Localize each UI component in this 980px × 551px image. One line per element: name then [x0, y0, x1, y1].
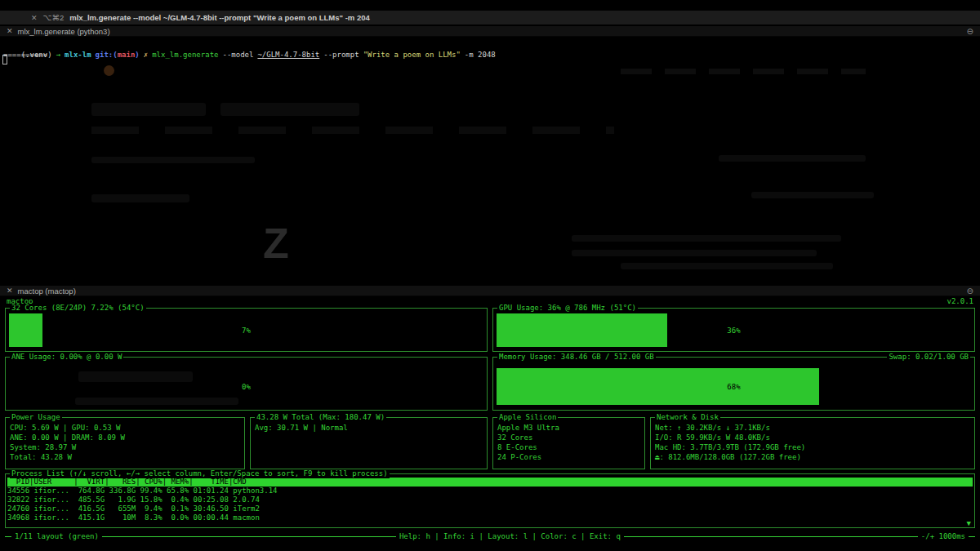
network-disk-box-title: Network & Disk: [655, 413, 720, 422]
pane-close-icon[interactable]: ✕: [7, 287, 13, 295]
mactop-header-row: mactop v2.0.1: [7, 297, 973, 306]
power-line: ANE: 0.00 W | DRAM: 8.09 W: [10, 433, 240, 442]
power-line: System: 28.97 W: [10, 443, 240, 452]
ane-usage-box: ANE Usage: 0.00% @ 0.00 W 0%: [5, 357, 488, 411]
cpu-percent-label: 7%: [9, 327, 483, 335]
screen: { "colors": { "terminal_green": "#35d435…: [0, 0, 980, 551]
flag-tokens: -m 2048: [465, 51, 496, 59]
pane-close-icon[interactable]: ✕: [7, 27, 13, 35]
layout-indicator: 1/11 layout (green): [11, 532, 102, 541]
network-disk-box: Network & Disk Net: ↑ 30.2KB/s ↓ 37.1KB/…: [650, 417, 975, 469]
window-shortcut-label: ⌥⌘2: [43, 13, 65, 22]
model-path: ~/GLM-4.7-8bit: [257, 51, 319, 59]
memory-percent-label: 68%: [497, 383, 971, 391]
apple-silicon-box-title: Apple Silicon: [497, 413, 558, 422]
power-line: CPU: 5.69 W | GPU: 0.53 W: [10, 424, 240, 433]
bottom-pane-title: mactop (mactop): [18, 287, 76, 295]
prompt-arrow: →: [56, 51, 60, 59]
shell-prompt-line: (.venv)→mlx-lmgit:(main)✗mlx_lm.generate…: [3, 40, 496, 69]
process-list-box: Process List (↑/↓ scroll, ←/→ select col…: [5, 473, 975, 528]
top-pane-titlebar[interactable]: ✕ mlx_lm.generate (python3) ⊖: [0, 26, 980, 37]
ane-box-title: ANE Usage: 0.00% @ 0.00 W: [10, 353, 123, 362]
git-suffix: ): [135, 51, 139, 59]
swap-label: Swap: 0.02/1.00 GB: [887, 353, 970, 362]
prompt-string: "Write a poem on LLMs": [363, 51, 461, 59]
terminal-cursor: [2, 55, 7, 64]
silicon-line: 32 Cores: [497, 433, 640, 442]
gpu-usage-box: GPU Usage: 36% @ 786 MHz (51°C) 36%: [492, 308, 975, 352]
ane-percent-label: 0%: [9, 383, 483, 391]
process-list-header[interactable]: PID|USER | VIRT| RES| CPU%| MEM%| TIME|C…: [7, 478, 973, 487]
prompt-directory: mlx-lm: [65, 51, 91, 59]
cursor-line: [2, 55, 7, 67]
network-line: ⏏: 812.6MB/128.0GB (127.2GB free): [655, 453, 970, 462]
mactop-statusbar: 1/11 layout (green) Help: h | Info: i | …: [5, 532, 975, 541]
window-titlebar: ✕ ⌥⌘2 mlx_lm.generate --model ~/GLM-4.7-…: [0, 11, 980, 24]
memory-gauge: 68%: [497, 368, 971, 405]
mactop-version: v2.0.1: [947, 297, 973, 306]
refresh-interval: -/+ 1000ms: [918, 532, 969, 541]
apple-silicon-box: Apple Silicon Apple M3 Ultra 32 Cores 8 …: [492, 417, 645, 469]
git-dirty-marker: ✗: [144, 51, 148, 59]
terminal-pane[interactable]: (.venv)→mlx-lmgit:(main)✗mlx_lm.generate…: [0, 38, 980, 286]
network-line: Mac HD: 3.7TB/3.9TB (172.9GB free): [655, 443, 970, 452]
ane-gauge: 0%: [9, 368, 483, 405]
silicon-line: 8 E-Cores: [497, 443, 640, 452]
power-line: Total: 43.28 W: [10, 453, 240, 462]
mactop-app: mactop v2.0.1 32 Cores (8E/24P) 7.22% (5…: [3, 297, 977, 542]
help-hints: Help: h | Info: i | Layout: l | Color: c…: [396, 532, 624, 541]
pane-menu-icon[interactable]: ⊖: [967, 27, 973, 36]
cpu-box-title: 32 Cores (8E/24P) 7.22% (54°C): [10, 304, 146, 313]
network-line: I/O: R 59.9KB/s W 48.0KB/s: [655, 433, 970, 442]
window-title: mlx_lm.generate --model ~/GLM-4.7-8bit -…: [69, 13, 370, 22]
total-power-line: Avg: 30.71 W | Normal: [255, 424, 483, 433]
power-box-title: Power Usage: [10, 413, 62, 422]
bottom-pane-titlebar[interactable]: ✕ mactop (mactop) ⊖: [0, 286, 980, 296]
network-line: Net: ↑ 30.2KB/s ↓ 37.1KB/s: [655, 424, 970, 433]
command-name: mlx_lm.generate: [152, 51, 218, 59]
gpu-percent-label: 36%: [497, 327, 971, 335]
silicon-line: Apple M3 Ultra: [497, 424, 640, 433]
pane-menu-icon[interactable]: ⊖: [967, 287, 973, 295]
total-power-box: 43.28 W Total (Max: 180.47 W) Avg: 30.71…: [250, 417, 488, 469]
scroll-down-indicator[interactable]: ▼: [967, 519, 971, 527]
process-row[interactable]: 34556 ifior... 764.8G 336.8G 99.4% 65.8%…: [7, 487, 973, 495]
flag-model: --model: [222, 51, 253, 59]
process-list-title: Process List (↑/↓ scroll, ←/→ select col…: [10, 469, 390, 478]
git-branch: main: [118, 51, 136, 59]
flag-prompt: --prompt: [323, 51, 359, 59]
process-row[interactable]: 24760 ifior... 416.5G 655M 9.4% 0.1% 30:…: [7, 504, 973, 513]
gpu-box-title: GPU Usage: 36% @ 786 MHz (51°C): [497, 304, 638, 313]
process-row[interactable]: 32822 ifior... 485.5G 1.9G 15.8% 0.4% 00…: [7, 495, 973, 504]
total-power-box-title: 43.28 W Total (Max: 180.47 W): [255, 413, 386, 422]
gpu-gauge: 36%: [497, 313, 971, 347]
memory-box-title: Memory Usage: 348.46 GB / 512.00 GB: [497, 353, 656, 362]
cpu-gauge: 7%: [9, 313, 483, 347]
memory-usage-box: Memory Usage: 348.46 GB / 512.00 GB Swap…: [492, 357, 975, 411]
silicon-line: 24 P-Cores: [497, 453, 640, 462]
process-row[interactable]: 34968 ifior... 415.1G 10M 8.3% 0.0% 00:0…: [7, 513, 973, 522]
git-prefix: git:(: [96, 51, 118, 59]
cpu-usage-box: 32 Cores (8E/24P) 7.22% (54°C) 7%: [5, 308, 488, 352]
power-usage-box: Power Usage CPU: 5.69 W | GPU: 0.53 W AN…: [5, 417, 245, 469]
top-pane-title: mlx_lm.generate (python3): [18, 27, 110, 36]
window-close-icon[interactable]: ✕: [31, 14, 38, 22]
command-output-line: ==========: [3, 50, 47, 60]
